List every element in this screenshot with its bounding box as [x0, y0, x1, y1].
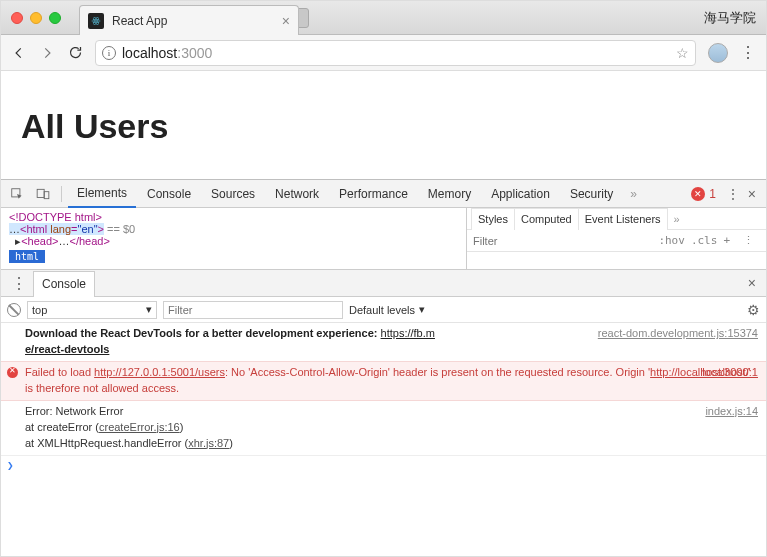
elements-panel: <!DOCTYPE html> …<html lang="en"> == $0 … — [1, 208, 766, 270]
tab-close-icon[interactable]: × — [282, 13, 290, 29]
more-styles-tabs-icon[interactable]: » — [674, 213, 680, 225]
styles-tab-eventlisteners[interactable]: Event Listeners — [579, 208, 668, 230]
log-levels-selector[interactable]: Default levels▾ — [349, 303, 425, 316]
cls-toggle[interactable]: .cls — [691, 234, 718, 247]
message-source-link[interactable]: localhost/:1 — [702, 365, 758, 381]
drawer-close-icon[interactable]: × — [748, 275, 756, 291]
link[interactable]: xhr.js:87 — [188, 437, 229, 449]
devtools-tab-sources[interactable]: Sources — [202, 180, 264, 208]
titlebar-right-text: 海马学院 — [704, 9, 756, 27]
drawer-tabbar: ⋮ Console × — [1, 270, 766, 297]
drawer-menu-icon[interactable]: ⋮ — [11, 274, 27, 293]
console-message-trace[interactable]: index.js:14 Error: Network Error at crea… — [1, 401, 766, 455]
console-toolbar: top▾ Default levels▾ ⚙ — [1, 297, 766, 323]
browser-menu-icon[interactable]: ⋮ — [740, 43, 756, 62]
devtools: Elements Console Sources Network Perform… — [1, 179, 766, 556]
forward-button[interactable] — [39, 45, 55, 61]
profile-avatar[interactable] — [708, 43, 728, 63]
svg-point-0 — [95, 20, 97, 22]
devtools-tab-elements[interactable]: Elements — [68, 180, 136, 208]
console-filter-input[interactable] — [163, 301, 343, 319]
dom-line-selected[interactable]: …<html lang="en"> == $0 — [9, 223, 458, 235]
styles-sidebar: Styles Computed Event Listeners » :hov .… — [466, 208, 766, 269]
devtools-tab-security[interactable]: Security — [561, 180, 622, 208]
dom-line[interactable]: <!DOCTYPE html> — [9, 211, 458, 223]
message-source-link[interactable]: react-dom.development.js:15374 — [598, 326, 758, 342]
link[interactable]: createError.js:16 — [99, 421, 180, 433]
breadcrumb-path[interactable]: html — [9, 250, 45, 263]
console-message-error[interactable]: localhost/:1 Failed to load http://127.0… — [1, 361, 766, 401]
more-tabs-icon[interactable]: » — [630, 187, 637, 201]
traffic-lights — [11, 12, 61, 24]
dom-tree[interactable]: <!DOCTYPE html> …<html lang="en"> == $0 … — [1, 208, 466, 269]
devtools-tab-performance[interactable]: Performance — [330, 180, 417, 208]
styles-tab-computed[interactable]: Computed — [515, 208, 579, 230]
devtools-tab-network[interactable]: Network — [266, 180, 328, 208]
console-message-info[interactable]: react-dom.development.js:15374 Download … — [1, 323, 766, 361]
page-heading: All Users — [21, 107, 746, 146]
browser-toolbar: i localhost:3000 ☆ ⋮ — [1, 35, 766, 71]
link[interactable]: http://127.0.0.1:5001/users — [94, 366, 225, 378]
link[interactable]: https://fb.m — [381, 327, 435, 339]
reload-button[interactable] — [67, 45, 83, 61]
drawer-tab-console[interactable]: Console — [33, 271, 95, 297]
url-text: localhost:3000 — [122, 45, 212, 61]
styles-filter-input[interactable] — [473, 235, 652, 247]
message-source-link[interactable]: index.js:14 — [705, 404, 758, 420]
devtools-tab-console[interactable]: Console — [138, 180, 200, 208]
page-content: All Users — [1, 71, 766, 179]
add-rule-button[interactable]: + — [723, 234, 730, 247]
back-button[interactable] — [11, 45, 27, 61]
bookmark-star-icon[interactable]: ☆ — [676, 45, 689, 61]
console-output: react-dom.development.js:15374 Download … — [1, 323, 766, 556]
device-toolbar-icon[interactable] — [35, 186, 51, 202]
svg-rect-5 — [37, 189, 44, 197]
window-titlebar: React App × 海马学院 — [1, 1, 766, 35]
svg-rect-6 — [44, 191, 49, 198]
inspect-element-icon[interactable] — [9, 186, 25, 202]
error-count[interactable]: 1 — [709, 187, 716, 201]
react-favicon-icon — [88, 13, 104, 29]
minimize-window-button[interactable] — [30, 12, 42, 24]
styles-tab-styles[interactable]: Styles — [471, 208, 515, 230]
maximize-window-button[interactable] — [49, 12, 61, 24]
console-settings-icon[interactable]: ⚙ — [747, 302, 760, 318]
dom-line[interactable]: ▸<head>…</head> — [9, 235, 458, 248]
address-bar[interactable]: i localhost:3000 ☆ — [95, 40, 696, 66]
clear-console-icon[interactable] — [7, 303, 21, 317]
console-prompt[interactable]: ❯ — [1, 455, 766, 475]
hov-toggle[interactable]: :hov — [658, 234, 685, 247]
link[interactable]: e/react-devtools — [25, 343, 109, 355]
devtools-close-icon[interactable]: × — [748, 186, 756, 202]
close-window-button[interactable] — [11, 12, 23, 24]
devtools-menu-icon[interactable]: ⋮ — [726, 186, 740, 202]
styles-menu-icon[interactable]: ⋮ — [740, 233, 756, 249]
styles-tabs: Styles Computed Event Listeners » — [467, 208, 766, 230]
context-selector[interactable]: top▾ — [27, 301, 157, 319]
devtools-tab-application[interactable]: Application — [482, 180, 559, 208]
error-badge-icon[interactable]: ✕ — [691, 187, 705, 201]
devtools-tab-memory[interactable]: Memory — [419, 180, 480, 208]
devtools-tabbar: Elements Console Sources Network Perform… — [1, 180, 766, 208]
site-info-icon[interactable]: i — [102, 46, 116, 60]
browser-tab[interactable]: React App × — [79, 5, 299, 35]
styles-filter-bar: :hov .cls + ⋮ — [467, 230, 766, 252]
tab-title: React App — [112, 14, 274, 28]
